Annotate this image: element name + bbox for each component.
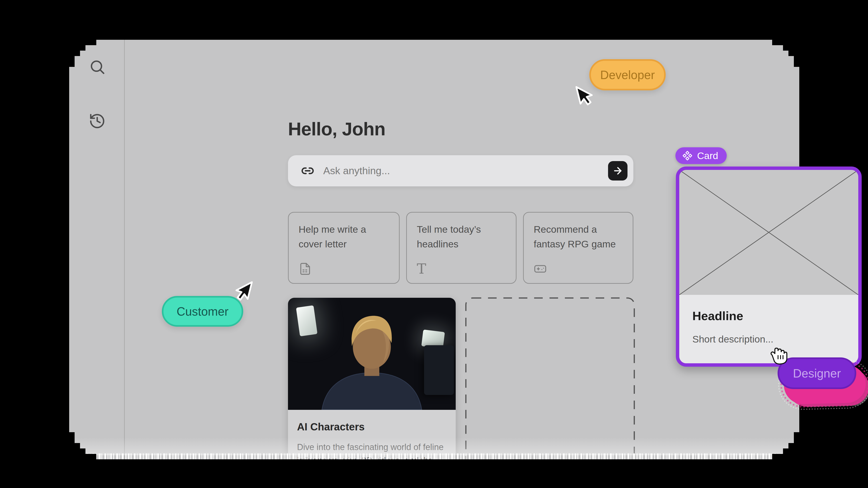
presence-pill-developer: Developer	[589, 59, 666, 90]
content-card-image	[288, 298, 456, 410]
presence-label: Developer	[600, 68, 655, 82]
component-badge-label: Card	[697, 150, 718, 161]
component-badge[interactable]: Card	[675, 147, 727, 164]
arrow-right-icon	[612, 165, 623, 176]
suggestion-label: Recommend a fantasy RPG game	[534, 222, 623, 251]
search-icon[interactable]	[89, 58, 106, 75]
sidebar	[69, 40, 125, 459]
content-card-description: Dive into the fascinating world of felin…	[297, 441, 447, 459]
type-icon: T	[417, 262, 430, 275]
link-icon	[301, 164, 314, 177]
document-icon	[299, 262, 312, 275]
gamepad-icon	[534, 262, 547, 275]
submit-button[interactable]	[608, 161, 627, 181]
drop-placeholder[interactable]	[465, 297, 635, 459]
component-icon	[682, 151, 692, 161]
content-card-ai-characters[interactable]: AI Characters Dive into the fascinating …	[288, 298, 456, 459]
image-placeholder	[679, 170, 858, 295]
suggestion-card-headlines[interactable]: Tell me today’s headlines T	[406, 212, 517, 284]
grab-hand-cursor-icon	[768, 345, 789, 365]
component-card[interactable]: Headline Short description...	[676, 166, 862, 367]
suggestion-label: Tell me today’s headlines	[417, 222, 506, 251]
camera-silhouette	[424, 345, 454, 395]
presence-label: Designer	[793, 366, 841, 380]
ask-input[interactable]	[323, 165, 608, 177]
canvas: { "greeting": "Hello, John", "ask_bar": …	[0, 0, 868, 488]
presence-label: Customer	[177, 304, 228, 318]
content-card-body: AI Characters Dive into the fascinating …	[288, 410, 456, 459]
suggestion-label: Help me write a cover letter	[299, 222, 389, 251]
ask-bar	[288, 155, 633, 186]
history-icon[interactable]	[89, 112, 106, 130]
suggestion-card-cover-letter[interactable]: Help me write a cover letter	[288, 212, 400, 284]
suggestion-card-rpg[interactable]: Recommend a fantasy RPG game	[523, 212, 633, 284]
content-card-title: AI Characters	[297, 421, 447, 433]
window-corner	[772, 40, 799, 67]
window-corner	[772, 432, 799, 459]
component-card-description: Short description...	[692, 334, 845, 345]
presence-pill-designer: Designer	[778, 357, 856, 389]
presence-pill-customer: Customer	[162, 296, 243, 327]
page-title: Hello, John	[288, 119, 385, 140]
component-card-headline: Headline	[692, 309, 845, 323]
